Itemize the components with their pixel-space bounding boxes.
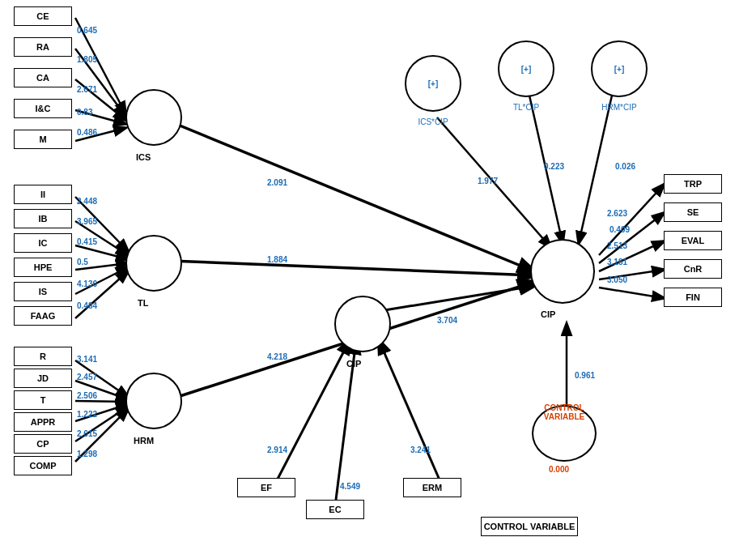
output-cip-circle	[530, 239, 595, 304]
faag-box: FAAG	[14, 306, 72, 326]
tl-circle	[125, 235, 182, 292]
svg-line-13	[75, 401, 128, 402]
out-load-5: 3.050	[607, 275, 627, 284]
svg-line-17	[170, 121, 534, 271]
hrm-load-2: 2.457	[77, 373, 97, 381]
tl-load-6: 0.484	[77, 301, 97, 310]
erm-box: ERM	[403, 478, 461, 497]
out-load-3: 2.513	[607, 241, 627, 250]
hrm-load-6: 1.298	[77, 450, 97, 458]
ics-label: ICS	[136, 152, 151, 162]
tl-load-3: 0.415	[77, 237, 97, 246]
hrm-cip-label: 4.218	[267, 352, 287, 361]
control-variable-box: CONTROL VARIABLE	[481, 517, 578, 536]
ics-load-2: 1.805	[77, 55, 97, 64]
ics-load-5: 0.486	[77, 128, 97, 137]
hrm-circle	[125, 373, 182, 429]
svg-line-10	[75, 271, 128, 318]
tl-load-5: 4.136	[77, 279, 97, 288]
cip-load-3: 3.241	[410, 445, 431, 454]
output-cip-label: CIP	[541, 309, 555, 319]
hpe-box: HPE	[14, 258, 72, 277]
eval-box: EVAL	[664, 231, 722, 250]
tl-cip-path-label: 0.223	[544, 162, 564, 171]
ce-box: CE	[14, 6, 72, 26]
cip-load-1: 2.914	[267, 445, 287, 454]
ics-circle	[125, 89, 182, 146]
ib-box: IB	[14, 209, 72, 228]
ics-load-1: 0.645	[77, 26, 97, 35]
svg-line-18	[170, 261, 534, 275]
ics-cip-label: 2.091	[267, 178, 287, 187]
out-load-1: 2.623	[607, 209, 627, 218]
tl-label: TL	[138, 298, 148, 308]
hrm-cip-path-label: 0.026	[615, 162, 635, 171]
control-path-label: 0.961	[575, 371, 595, 380]
ic2-box: IC	[14, 233, 72, 253]
control-variable-label: CONTROLVARIABLE	[522, 403, 606, 421]
cip-load-2: 4.549	[340, 482, 360, 491]
cnr-box: CnR	[664, 259, 722, 279]
tl-cip-interaction-circle: [+]	[498, 40, 554, 97]
svg-line-26	[379, 340, 441, 484]
hrm-load-3: 2.506	[77, 391, 97, 400]
hrm-load-4: 1.222	[77, 410, 97, 419]
hrm-load-5: 2.615	[77, 429, 97, 438]
tl-load-1: 2.448	[77, 197, 97, 206]
trp-box: TRP	[664, 174, 722, 194]
hrm-label: HRM	[134, 436, 154, 445]
out-load-2: 0.409	[609, 225, 630, 234]
control-variable-value: 0.000	[549, 465, 569, 474]
tl-load-4: 0.5	[77, 258, 88, 266]
is-box: IS	[14, 282, 72, 301]
ii-box: II	[14, 185, 72, 204]
m-box: M	[14, 130, 72, 149]
tl-cip-label: 1.884	[267, 255, 287, 264]
se-box: SE	[664, 202, 722, 222]
ic-box: I&C	[14, 99, 72, 118]
cip-mediator-circle	[334, 296, 391, 352]
ec-box: EC	[306, 500, 364, 519]
cip-output-label: 3.704	[437, 316, 457, 325]
cip-mediator-label: CIP	[346, 359, 361, 369]
hrm-load-1: 3.141	[77, 355, 97, 364]
ics-cip-path-label: 1.977	[478, 177, 498, 185]
comp-box: COMP	[14, 456, 72, 475]
ra-box: RA	[14, 37, 72, 57]
ca-box: CA	[14, 68, 72, 87]
jd-box: JD	[14, 369, 72, 388]
r-box: R	[14, 347, 72, 366]
hrm-cip-interaction-label: HRM*CIP	[581, 103, 657, 112]
ics-cip-interaction-circle: [+]	[405, 55, 461, 112]
tl-cip-interaction-label: TL*CIP	[496, 103, 556, 112]
hrm-cip-interaction-circle: [+]	[591, 40, 648, 97]
ics-cip-interaction-label: ICS*CIP	[401, 117, 465, 126]
tl-load-2: 3.965	[77, 217, 97, 226]
cp-box: CP	[14, 434, 72, 454]
appr-box: APPR	[14, 412, 72, 432]
ics-load-3: 2.671	[77, 85, 97, 94]
svg-line-31	[599, 288, 664, 298]
out-load-4: 3.181	[607, 258, 627, 266]
ics-load-4: 0.83	[77, 108, 92, 117]
t-box: T	[14, 390, 72, 410]
ef-box: EF	[237, 478, 295, 497]
fin-box: FIN	[664, 288, 722, 307]
